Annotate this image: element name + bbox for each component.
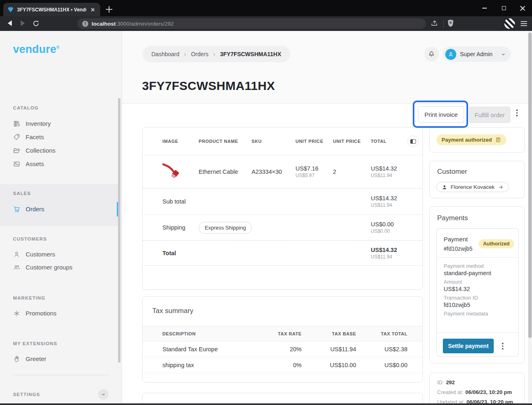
tax-description: Standard Tax Europe [162, 346, 257, 352]
entity-info-card: ID: 292 Created at: 06/06/23, 10:20 pm U… [429, 372, 525, 405]
fulfill-order-button[interactable]: Fulfill order [469, 107, 510, 123]
sidebar-item-collections[interactable]: Collections [0, 144, 118, 157]
customer-card-title: Customer [437, 168, 467, 176]
page-scrollbar-thumb[interactable] [528, 33, 532, 338]
bell-icon [428, 50, 435, 58]
order-table-header: IMAGE PRODUCT NAME SKU UNIT PRICE UNIT P… [142, 127, 423, 155]
breadcrumb-orders[interactable]: Orders [191, 51, 208, 57]
sidebar-scrollbar[interactable] [118, 98, 120, 363]
amount-label: Amount [444, 279, 470, 285]
share-button[interactable] [430, 19, 439, 28]
asterisk-icon [13, 310, 20, 317]
column-header: UNIT PRICE [333, 139, 371, 144]
sidebar-item-label: Assets [26, 160, 44, 167]
divider [437, 257, 518, 258]
notifications-button[interactable] [424, 47, 439, 61]
customer-link[interactable]: Florence Kovacek [436, 182, 509, 192]
order-line-row: Ethernet Cable A23334×30 US$7.16 US$5.97… [142, 155, 423, 188]
shipping-gross: US$0.00 [371, 221, 423, 228]
order-status-card: Payment authorized [429, 127, 525, 153]
user-menu[interactable]: Super Admin [443, 46, 511, 62]
tag-icon [13, 134, 20, 141]
tab-close-icon[interactable] [90, 7, 96, 13]
forward-button[interactable] [18, 19, 27, 28]
page-header: Dashboard › Orders › 3FY7FSCWSHMA11HX Su… [122, 31, 528, 104]
page-title: 3FY7FSCWSHMA11HX [142, 79, 275, 93]
new-tab-button[interactable] [105, 5, 113, 13]
payment-actions-kebab-icon[interactable] [502, 343, 504, 350]
sidebar-item-label: Greeter [26, 355, 46, 362]
column-settings-button[interactable] [407, 136, 419, 147]
sidebar-item-assets[interactable]: Assets [0, 157, 118, 171]
section-label-marketing: MARKETING [13, 296, 46, 300]
shipping-net: US$0.00 [371, 228, 423, 234]
total-label: Total [162, 250, 371, 256]
window-close-button[interactable] [513, 0, 532, 16]
product-sku: A23334×30 [252, 169, 296, 175]
sidebar-item-customer-groups[interactable]: Customer groups [0, 261, 118, 274]
section-label-settings: SETTINGS [0, 392, 40, 397]
created-at-row: Created at: 06/06/23, 10:20 pm [437, 389, 524, 395]
columns-icon [410, 139, 416, 144]
unit-price-net: US$5.97 [296, 173, 333, 178]
shipping-method-pill[interactable]: Express Shipping [199, 222, 252, 234]
column-header: TAX TOTAL [356, 331, 407, 336]
sidebar-item-facets[interactable]: Facets [0, 130, 118, 144]
payments-card: Payments Payment #fd10zwjb5 Authorized P… [429, 206, 525, 363]
history-note-icon [495, 137, 501, 143]
page-actions-kebab-icon[interactable] [516, 109, 518, 116]
tab-title: 3FY7FSCWSHMA11HX • Vendure [17, 7, 86, 13]
breadcrumb-dashboard[interactable]: Dashboard [151, 51, 180, 57]
payments-card-title: Payments [437, 214, 468, 222]
breadcrumb-current: 3FY7FSCWSHMA11HX [220, 51, 281, 57]
column-header: TAX BASE [302, 331, 356, 336]
browser-tab[interactable]: 3FY7FSCWSHMA11HX • Vendure [3, 3, 100, 16]
logo-registered-mark: ® [56, 45, 59, 50]
url-text: localhost:3000/admin/orders/292 [92, 21, 174, 27]
product-name[interactable]: Ethernet Cable [199, 169, 252, 175]
sidebar-item-label: Collections [26, 147, 55, 154]
sidebar-item-orders[interactable]: Orders [0, 202, 118, 216]
url-host: localhost [92, 21, 116, 27]
product-image [162, 162, 199, 181]
window-maximize-button[interactable] [495, 0, 513, 16]
browser-titlebar: 3FY7FSCWSHMA11HX • Vendure [0, 0, 532, 16]
sidebar-item-inventory[interactable]: Inventory [0, 117, 118, 130]
tax-total: US$2.38 [356, 346, 407, 352]
vendure-logo[interactable]: vendure® [13, 43, 59, 56]
back-button[interactable] [5, 19, 14, 28]
sidebar-item-label: Facets [26, 134, 44, 140]
order-status-text: Payment authorized [442, 137, 492, 143]
created-label: Created at: [437, 389, 463, 395]
browser-profile-avatar[interactable] [504, 18, 515, 29]
brave-shields-button[interactable] [446, 19, 455, 28]
column-header: IMAGE [162, 139, 199, 144]
subtotal-row: Sub total US$14.32 US$11.94 [142, 188, 423, 215]
tax-base: US$11.94 [302, 346, 356, 352]
image-icon [13, 160, 20, 168]
payment-detail-card: Payment #fd10zwjb5 Authorized Payment me… [436, 228, 519, 357]
person-icon [442, 184, 447, 190]
total-row: Total US$14.32 US$11.94 [142, 241, 423, 266]
settle-payment-button[interactable]: Settle payment [443, 339, 494, 353]
column-header: PRODUCT NAME [199, 139, 252, 144]
arrow-right-icon [498, 184, 504, 190]
browser-menu-button[interactable] [521, 20, 528, 27]
window-minimize-button[interactable] [475, 0, 494, 16]
chevron-down-icon[interactable] [98, 389, 109, 400]
toolbar-divider [443, 20, 444, 28]
amount-value: US$14.32 [444, 286, 470, 292]
payment-status-badge: Authorized [479, 239, 514, 248]
sidebar-group-settings[interactable]: SETTINGS [0, 387, 118, 401]
sidebar-item-label: Orders [26, 206, 44, 212]
address-bar[interactable]: ! localhost:3000/admin/orders/292 [77, 18, 426, 29]
reload-button[interactable] [31, 19, 40, 28]
sidebar-item-greeter[interactable]: Greeter [0, 352, 118, 366]
print-invoice-button[interactable]: Print invoice [418, 106, 464, 123]
subtotal-label: Sub total [162, 198, 371, 205]
sidebar-item-customers[interactable]: Customers [0, 247, 118, 261]
site-info-icon[interactable]: ! [82, 21, 88, 27]
sidebar-item-promotions[interactable]: Promotions [0, 306, 118, 320]
inventory-icon [13, 120, 20, 127]
subtotal-gross: US$14.32 [371, 195, 423, 201]
